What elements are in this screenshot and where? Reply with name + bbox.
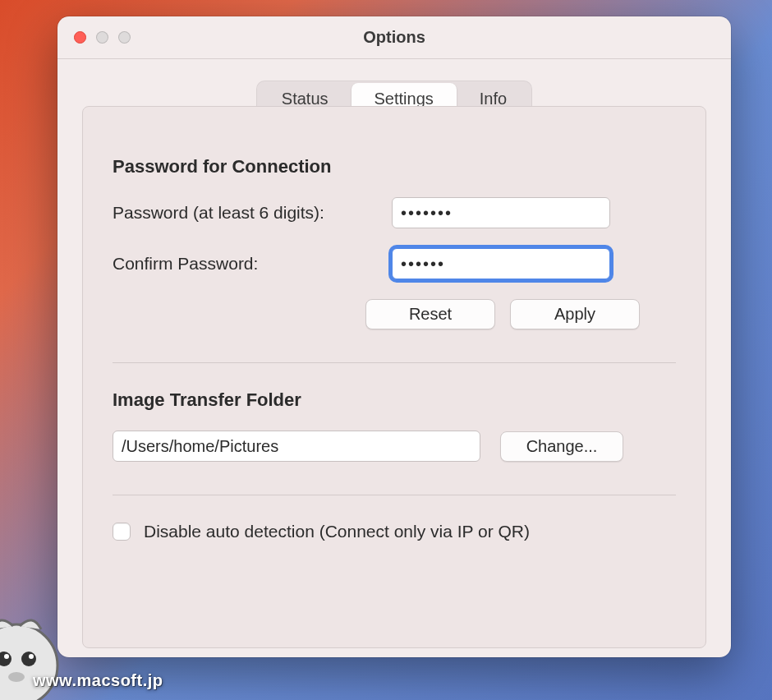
svg-point-3	[4, 654, 9, 659]
disable-autodetect-checkbox[interactable]	[113, 523, 131, 541]
autodetect-row: Disable auto detection (Connect only via…	[113, 522, 676, 541]
folder-row: Change...	[113, 431, 676, 462]
apply-button[interactable]: Apply	[510, 299, 640, 329]
svg-point-2	[21, 652, 36, 666]
password-row: Password (at least 6 digits):	[113, 197, 676, 228]
window-title: Options	[57, 28, 731, 47]
disable-autodetect-label: Disable auto detection (Connect only via…	[144, 522, 530, 541]
confirm-password-label: Confirm Password:	[113, 254, 392, 274]
traffic-lights	[74, 31, 131, 44]
password-input[interactable]	[392, 197, 610, 228]
password-buttons: Reset Apply	[365, 299, 676, 329]
change-folder-button[interactable]: Change...	[500, 431, 623, 462]
folder-path-input[interactable]	[113, 431, 480, 462]
folder-section-title: Image Transfer Folder	[113, 389, 676, 411]
password-section-title: Password for Connection	[113, 156, 676, 177]
minimize-icon[interactable]	[96, 31, 108, 44]
options-window: Options Status Settings Info Password fo…	[57, 16, 731, 657]
divider-2	[113, 495, 676, 495]
svg-point-4	[29, 654, 34, 659]
svg-point-5	[8, 672, 25, 682]
confirm-password-input[interactable]	[392, 248, 610, 279]
titlebar: Options	[57, 16, 731, 59]
maximize-icon[interactable]	[118, 31, 131, 44]
settings-panel: Password for Connection Password (at lea…	[82, 106, 706, 648]
password-label: Password (at least 6 digits):	[113, 203, 392, 223]
confirm-password-row: Confirm Password:	[113, 248, 676, 279]
close-icon[interactable]	[74, 31, 86, 44]
divider-1	[113, 362, 676, 363]
reset-button[interactable]: Reset	[365, 299, 495, 329]
watermark-text: www.macsoft.jp	[33, 671, 163, 690]
